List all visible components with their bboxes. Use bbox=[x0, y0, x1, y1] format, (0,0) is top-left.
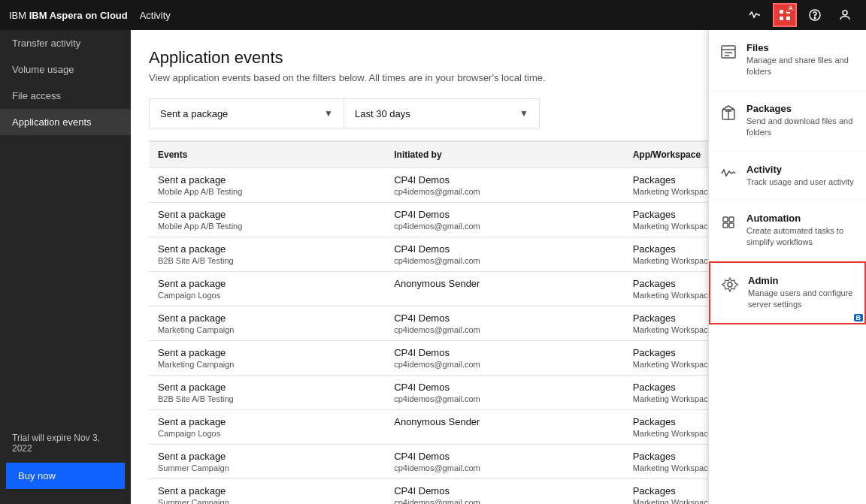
admin-desc: Manage users and configure server settin… bbox=[748, 288, 854, 311]
app-panel-item-packages[interactable]: Packages Send and download files and fol… bbox=[709, 91, 866, 152]
section-label: Activity bbox=[140, 10, 171, 21]
cell-event: Sent a package Marketing Campaign bbox=[149, 341, 385, 376]
chevron-down-icon: ▼ bbox=[324, 108, 333, 119]
topbar-left: IBM IBM Aspera on Cloud Activity bbox=[9, 10, 171, 21]
event-type-label: Sent a package bbox=[160, 108, 228, 119]
trial-text: Trial will expire Nov 3, 2022 bbox=[0, 427, 131, 460]
app-panel-item-activity[interactable]: Activity Track usage and user activity bbox=[709, 152, 866, 201]
app-panel: Files Manage and share files and folders… bbox=[708, 30, 866, 504]
activity-desc: Track usage and user activity bbox=[746, 177, 854, 188]
sidebar-footer: Trial will expire Nov 3, 2022 Buy now bbox=[0, 418, 131, 504]
cell-event: Sent a package Mobile App A/B Testing bbox=[149, 203, 385, 237]
automation-text: Automation Create automated tasks to sim… bbox=[746, 213, 855, 249]
cell-initiated-by: CP4I Demos cp4idemos@gmail.com bbox=[385, 168, 623, 203]
cell-initiated-by: Anonymous Sender bbox=[385, 272, 623, 306]
col-initiated-by: Initiated by bbox=[385, 142, 623, 168]
activity-icon bbox=[719, 165, 737, 186]
cell-initiated-by: CP4I Demos cp4idemos@gmail.com bbox=[385, 306, 623, 341]
badge-b: B bbox=[854, 314, 864, 321]
automation-desc: Create automated tasks to simplify workf… bbox=[746, 225, 855, 249]
cell-event: Sent a package Summer Campaign bbox=[149, 479, 385, 505]
sidebar-item-appevents[interactable]: Application events bbox=[0, 109, 131, 135]
svg-rect-2 bbox=[780, 17, 783, 20]
user-icon-btn[interactable] bbox=[833, 3, 857, 27]
app-panel-item-automation[interactable]: Automation Create automated tasks to sim… bbox=[709, 201, 866, 261]
cell-event: Sent a package B2B Site A/B Testing bbox=[149, 237, 385, 272]
app-panel-item-admin[interactable]: Admin Manage users and configure server … bbox=[709, 261, 866, 324]
topbar-right: A bbox=[743, 3, 857, 27]
chevron-down-icon-2: ▼ bbox=[519, 108, 528, 119]
brand-label: IBM IBM Aspera on Cloud bbox=[9, 10, 128, 21]
cell-initiated-by: CP4I Demos cp4idemos@gmail.com bbox=[385, 341, 623, 376]
buy-now-button[interactable]: Buy now bbox=[6, 463, 125, 489]
cell-initiated-by: CP4I Demos cp4idemos@gmail.com bbox=[385, 237, 623, 272]
svg-rect-15 bbox=[723, 223, 728, 228]
cell-event: Sent a package Summer Campaign bbox=[149, 445, 385, 479]
files-desc: Manage and share files and folders bbox=[746, 55, 855, 78]
svg-rect-13 bbox=[723, 217, 728, 222]
date-range-label: Last 30 days bbox=[355, 108, 410, 119]
svg-rect-0 bbox=[780, 10, 783, 14]
app-panel-item-files[interactable]: Files Manage and share files and folders bbox=[709, 30, 866, 91]
sidebar: Transfer activity Volume usage File acce… bbox=[0, 30, 131, 504]
date-range-dropdown[interactable]: Last 30 days ▼ bbox=[344, 98, 540, 128]
sidebar-item-fileaccess[interactable]: File access bbox=[0, 83, 131, 109]
cell-initiated-by: CP4I Demos cp4idemos@gmail.com bbox=[385, 376, 623, 410]
main-layout: Transfer activity Volume usage File acce… bbox=[0, 30, 866, 504]
svg-point-17 bbox=[728, 282, 732, 287]
cell-event: Sent a package B2B Site A/B Testing bbox=[149, 376, 385, 410]
admin-text: Admin Manage users and configure server … bbox=[748, 275, 854, 311]
sidebar-item-transfer[interactable]: Transfer activity bbox=[0, 30, 131, 56]
files-icon bbox=[719, 44, 737, 64]
cell-event: Sent a package Campaign Logos bbox=[149, 410, 385, 445]
svg-point-5 bbox=[814, 17, 816, 19]
cell-initiated-by: Anonymous Sender bbox=[385, 410, 623, 445]
activity-name: Activity bbox=[746, 164, 854, 175]
topbar: IBM IBM Aspera on Cloud Activity A bbox=[0, 0, 866, 30]
pulse-icon-btn[interactable] bbox=[743, 3, 767, 27]
cell-initiated-by: CP4I Demos cp4idemos@gmail.com bbox=[385, 445, 623, 479]
col-events: Events bbox=[149, 142, 385, 168]
packages-icon bbox=[719, 104, 737, 125]
event-type-dropdown[interactable]: Sent a package ▼ bbox=[149, 98, 344, 128]
svg-point-6 bbox=[843, 11, 847, 15]
sidebar-item-volume[interactable]: Volume usage bbox=[0, 56, 131, 83]
svg-rect-3 bbox=[786, 17, 790, 20]
activity-text: Activity Track usage and user activity bbox=[746, 164, 854, 188]
packages-text: Packages Send and download files and fol… bbox=[746, 103, 855, 139]
admin-name: Admin bbox=[748, 275, 854, 286]
svg-rect-16 bbox=[729, 223, 734, 228]
svg-rect-14 bbox=[729, 217, 734, 222]
files-name: Files bbox=[746, 42, 855, 53]
automation-name: Automation bbox=[746, 213, 855, 224]
cell-initiated-by: CP4I Demos cp4idemos@gmail.com bbox=[385, 203, 623, 237]
help-icon-btn[interactable] bbox=[803, 3, 827, 27]
files-text: Files Manage and share files and folders bbox=[746, 42, 855, 78]
cell-event: Sent a package Mobile App A/B Testing bbox=[149, 168, 385, 203]
packages-name: Packages bbox=[746, 103, 855, 114]
admin-icon bbox=[721, 276, 739, 297]
badge-a: A bbox=[786, 5, 796, 12]
packages-desc: Send and download files and folders bbox=[746, 116, 855, 139]
cell-event: Sent a package Marketing Campaign bbox=[149, 306, 385, 341]
cell-initiated-by: CP4I Demos cp4idemos@gmail.com bbox=[385, 479, 623, 505]
cell-event: Sent a package Campaign Logos bbox=[149, 272, 385, 306]
automation-icon bbox=[719, 214, 737, 234]
